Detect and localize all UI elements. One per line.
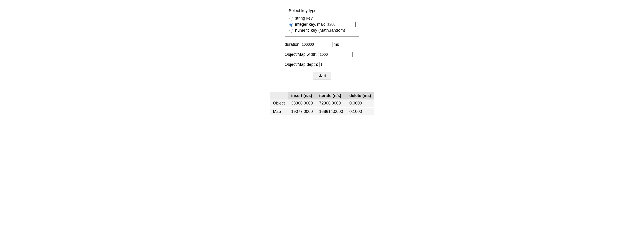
key-type-fieldset: Select key type: string key integer key,…	[285, 9, 360, 37]
integer-max-input[interactable]	[326, 22, 356, 27]
cell-insert: 33306.0000	[288, 99, 316, 107]
radio-string-key-label[interactable]: string key	[295, 16, 313, 21]
cell-insert: 19077.0000	[288, 107, 316, 115]
depth-label: Object/Map depth:	[285, 62, 318, 67]
table-row: Map 19077.0000 168614.0000 0.1000	[270, 107, 374, 115]
results-table: insert (n/s) iterate (n/s) delete (ms) O…	[270, 92, 374, 115]
width-input[interactable]	[318, 52, 353, 57]
duration-label-post: ms	[334, 42, 339, 47]
duration-label-pre: duration	[285, 42, 300, 47]
col-delete: delete (ms)	[346, 92, 374, 99]
width-label: Object/Map width:	[285, 52, 318, 57]
config-panel: Select key type: string key integer key,…	[4, 4, 640, 86]
depth-input[interactable]	[319, 62, 354, 67]
table-corner	[270, 92, 288, 99]
start-button[interactable]: start	[313, 72, 331, 79]
radio-integer-key[interactable]	[290, 23, 293, 27]
row-name: Object	[270, 99, 288, 107]
radio-numeric-key-label[interactable]: numeric key (Math.random)	[295, 28, 345, 33]
key-type-legend: Select key type:	[288, 9, 318, 13]
radio-integer-key-label[interactable]: integer key, max	[295, 22, 325, 27]
cell-iterate: 168614.0000	[316, 107, 346, 115]
row-name: Map	[270, 107, 288, 115]
table-row: Object 33306.0000 72306.0000 0.0000	[270, 99, 374, 107]
radio-numeric-key[interactable]	[290, 29, 293, 33]
width-row: Object/Map width:	[285, 52, 360, 57]
col-insert: insert (n/s)	[288, 92, 316, 99]
col-iterate: iterate (n/s)	[316, 92, 346, 99]
cell-delete: 0.1000	[346, 107, 374, 115]
duration-row: duration ms	[285, 42, 360, 47]
cell-delete: 0.0000	[346, 99, 374, 107]
depth-row: Object/Map depth:	[285, 62, 360, 67]
radio-string-key[interactable]	[290, 17, 293, 21]
cell-iterate: 72306.0000	[316, 99, 346, 107]
duration-input[interactable]	[300, 42, 332, 47]
